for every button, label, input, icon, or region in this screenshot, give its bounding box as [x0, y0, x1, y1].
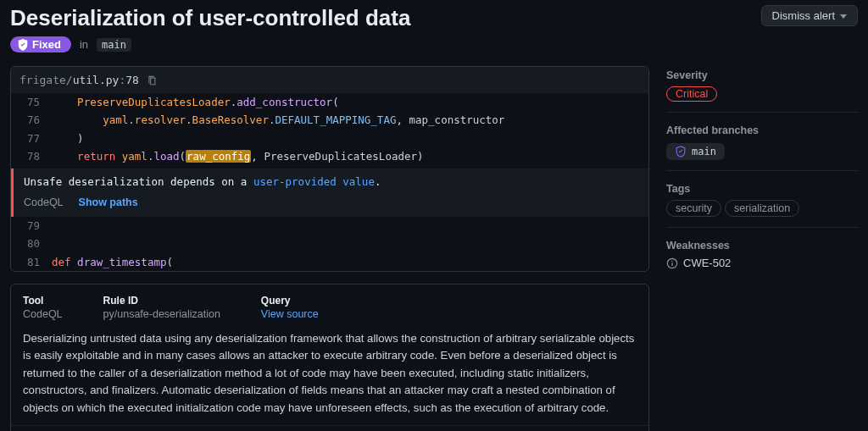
code-text: return yaml.load(raw_config, PreserveDup… [52, 147, 424, 165]
line-number: 80 [11, 235, 52, 252]
code-line: 77 ) [11, 130, 648, 147]
status-label: Fixed [32, 38, 61, 51]
sidebar-tags: Tags securityserialization [666, 183, 858, 228]
line-number: 78 [11, 147, 52, 165]
show-more-button[interactable]: Show more [11, 425, 648, 431]
shield-check-icon [17, 39, 29, 51]
code-line: 75 PreserveDuplicatesLoader.add_construc… [11, 93, 648, 111]
alert-msg-post: . [375, 175, 381, 188]
info-rule: Rule ID py/unsafe-deserialization [103, 295, 220, 320]
caret-down-icon [840, 13, 847, 19]
alert-tool: CodeQL [24, 196, 64, 208]
svg-rect-1 [671, 262, 672, 266]
status-in: in [80, 38, 88, 51]
show-paths-link[interactable]: Show paths [79, 196, 138, 208]
cwe-item[interactable]: CWE-502 [666, 257, 858, 269]
sidebar-branches: Affected branches main [666, 124, 858, 171]
code-line: 80 [11, 235, 648, 252]
code-line: 81def draw_timestamp( [11, 253, 648, 271]
info-circle-icon [666, 257, 678, 269]
code-line: 79 [11, 217, 648, 235]
severity-pill: Critical [666, 86, 717, 102]
sidebar-severity: Severity Critical [666, 69, 858, 113]
line-number: 81 [11, 253, 52, 271]
line-number: 77 [11, 130, 52, 147]
alert-msg-pre: Unsafe deserialization depends on a [24, 175, 253, 188]
code-panel: frigate/util.py:78 75 PreserveDuplicates… [10, 66, 649, 272]
page-title: Deserialization of user-controlled data [10, 5, 410, 31]
code-line: 78 return yaml.load(raw_config, Preserve… [11, 147, 648, 165]
code-block: 75 PreserveDuplicatesLoader.add_construc… [11, 93, 648, 165]
code-block-after: 798081def draw_timestamp( [11, 217, 648, 271]
status-badge: Fixed [10, 36, 71, 52]
affected-branch[interactable]: main [666, 143, 725, 160]
code-text: def draw_timestamp( [52, 253, 173, 271]
description-text: Deserializing untrusted data using any d… [11, 325, 648, 425]
file-path-line: 78 [125, 74, 139, 86]
highlighted-token: raw_config [186, 150, 251, 163]
file-path-name: util.py [73, 74, 120, 86]
code-line: 76 yaml.resolver.BaseResolver.DEFAULT_MA… [11, 111, 648, 129]
inline-alert: Unsafe deserialization depends on a user… [11, 169, 648, 217]
details-panel: Tool CodeQL Rule ID py/unsafe-deserializ… [10, 284, 649, 431]
info-tool: Tool CodeQL [23, 295, 63, 320]
sidebar-weaknesses: Weaknesses CWE-502 [666, 240, 858, 269]
file-path-prefix: frigate/ [19, 74, 73, 86]
status-branch[interactable]: main [97, 38, 131, 52]
copy-icon[interactable] [146, 75, 158, 86]
view-source-link[interactable]: View source [261, 308, 319, 320]
shield-icon [675, 146, 687, 157]
code-text: ) [52, 130, 84, 147]
line-number: 79 [11, 217, 52, 235]
line-number: 75 [11, 93, 52, 111]
tag-chip[interactable]: security [666, 200, 721, 217]
svg-rect-2 [671, 260, 672, 261]
file-path-bar: frigate/util.py:78 [11, 67, 648, 93]
info-query: Query View source [261, 295, 319, 320]
code-text: yaml.resolver.BaseResolver.DEFAULT_MAPPI… [52, 111, 504, 129]
code-text: PreserveDuplicatesLoader.add_constructor… [52, 93, 339, 111]
alert-msg-link[interactable]: user-provided value [253, 175, 375, 188]
dismiss-alert-button[interactable]: Dismiss alert [761, 5, 858, 26]
line-number: 76 [11, 111, 52, 129]
dismiss-alert-label: Dismiss alert [772, 9, 835, 22]
tag-chip[interactable]: serialization [725, 200, 799, 217]
